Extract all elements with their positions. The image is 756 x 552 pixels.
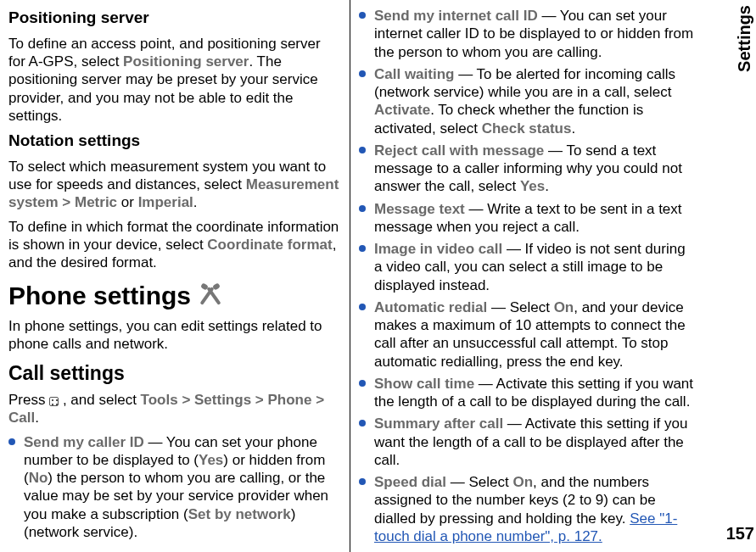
ui-tools: Tools [141, 392, 178, 408]
right-column: Send my internet call ID — You can set y… [350, 0, 705, 552]
heading-phone-settings: Phone settings [8, 280, 341, 312]
opt-automatic-redial: Automatic redial [374, 299, 487, 315]
opt-send-internet-call-id: Send my internet call ID [374, 8, 538, 24]
page-number: 157 [726, 524, 754, 544]
ui-on: On [512, 474, 533, 490]
opt-reject-call-with-message: Reject call with message [374, 142, 544, 159]
ui-yes: Yes [520, 178, 545, 194]
ui-coordinate-format: Coordinate format [207, 237, 332, 253]
list-item: Send my internet call ID — You can set y… [359, 7, 697, 61]
side-tab-label: Settings [735, 5, 754, 72]
list-item: Reject call with message — To send a tex… [359, 142, 697, 196]
call-settings-list-right: Send my internet call ID — You can set y… [359, 7, 697, 545]
opt-call-waiting: Call waiting [374, 66, 454, 82]
ui-phone: Phone [267, 392, 311, 408]
ui-positioning-server: Positioning server [123, 53, 249, 70]
heading-positioning-server: Positioning server [8, 8, 341, 28]
heading-call-settings: Call settings [8, 361, 341, 386]
list-item: Automatic redial — Select On, and your d… [359, 298, 697, 371]
opt-send-my-caller-id: Send my caller ID [24, 434, 144, 450]
list-item: Speed dial — Select On, and the numbers … [359, 473, 697, 545]
ui-imperial: Imperial [138, 194, 193, 210]
left-column: Positioning server To define an access p… [0, 0, 350, 552]
para-measurement-system: To select which measurement system you w… [8, 158, 341, 212]
list-item: Summary after call — Activate this setti… [359, 415, 697, 469]
para-phone-intro: In phone settings, you can edit settings… [8, 317, 341, 354]
opt-show-call-time: Show call time [374, 376, 474, 392]
para-call-path: Press , and select Tools > Settings > Ph… [8, 391, 341, 427]
para-coordinate-format: To define in which format the coordinate… [8, 218, 341, 272]
ui-on: On [554, 299, 574, 315]
list-item: Show call time — Activate this setting i… [359, 375, 697, 411]
tools-icon [199, 285, 221, 307]
ui-yes: Yes [199, 452, 223, 468]
list-item: Call waiting — To be alerted for incomin… [359, 65, 697, 137]
opt-speed-dial: Speed dial [374, 474, 446, 490]
ui-call: Call [8, 410, 35, 426]
ui-activate: Activate [374, 102, 430, 118]
opt-image-in-video-call: Image in video call [374, 241, 502, 257]
ui-set-by-network: Set by network [188, 506, 291, 522]
side-tab: Settings [732, 0, 756, 552]
ui-metric: Metric [75, 194, 117, 210]
home-key-icon [49, 397, 59, 406]
ui-no: No [29, 470, 48, 486]
opt-summary-after-call: Summary after call [374, 415, 503, 432]
list-item: Send my caller ID — You can set your pho… [8, 433, 341, 542]
para-positioning: To define an access point, and positioni… [8, 35, 341, 125]
ui-check-status: Check status [482, 120, 572, 137]
opt-message-text: Message text [374, 201, 465, 217]
ui-settings: Settings [194, 392, 251, 408]
heading-notation-settings: Notation settings [8, 131, 341, 151]
call-settings-list-left: Send my caller ID — You can set your pho… [8, 433, 341, 542]
list-item: Message text — Write a text to be sent i… [359, 200, 697, 237]
list-item: Image in video call — If video is not se… [359, 240, 697, 294]
